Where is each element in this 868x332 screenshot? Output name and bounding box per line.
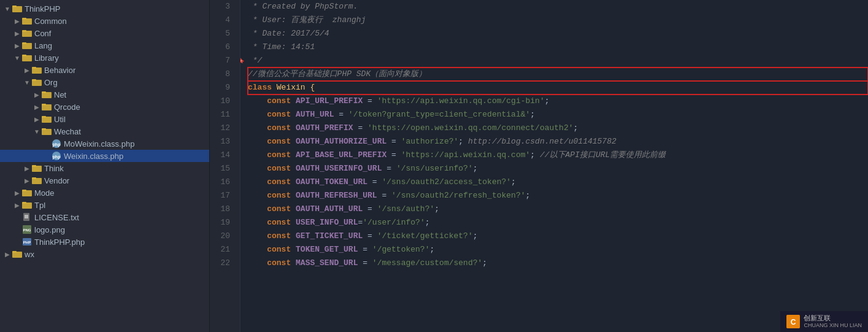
tree-arrow-qrcode[interactable]: [32, 104, 42, 110]
tree-label-thinkphp: ThinkPHP: [25, 4, 61, 14]
tree-item-moweixin[interactable]: php MoWeixin.class.php: [0, 137, 209, 150]
code-token: '/sns/oauth2/access_token?': [382, 176, 511, 189]
code-token: '/sns/oauth2/refresh_token?': [391, 189, 525, 203]
tree-arrow-lang[interactable]: [12, 42, 22, 49]
tree-icon-behavior: [32, 65, 42, 75]
code-token: *: [248, 27, 262, 41]
code-token: ;: [574, 122, 578, 135]
tree-item-thinkphp[interactable]: ThinkPHP: [0, 2, 209, 15]
tree-icon-thinkphp: [12, 4, 22, 14]
tree-item-net[interactable]: Net: [0, 88, 209, 101]
code-token: 'https://open.weixin.qq.com/connect/oaut…: [367, 122, 573, 135]
tree-item-vendor[interactable]: Vendor: [0, 174, 209, 187]
code-content[interactable]: * Created by PhpStorm. * User: 百鬼夜行 zhan…: [240, 0, 868, 332]
code-token: [248, 122, 267, 135]
tree-arrow-tpl[interactable]: [12, 202, 22, 209]
code-token: =: [377, 189, 391, 203]
code-token: User: 百鬼夜行 zhanghj: [262, 14, 366, 27]
tree-arrow-library[interactable]: [12, 55, 22, 61]
line-num-19: 19: [210, 216, 235, 230]
tree-item-conf[interactable]: Conf: [0, 27, 209, 39]
svg-rect-5: [22, 30, 26, 32]
tree-item-weixin[interactable]: php Weixin.class.php: [0, 150, 209, 162]
code-token: http://blog.csdn.net/u011415782: [468, 135, 616, 149]
line-num-7: 7: [210, 54, 235, 68]
tree-label-wechat: Wechat: [54, 127, 81, 136]
tree-item-tpl[interactable]: Tpl: [0, 199, 209, 211]
code-token: [248, 162, 267, 176]
tree-arrow-wechat[interactable]: [32, 128, 42, 135]
tree-item-lang[interactable]: Lang: [0, 39, 209, 52]
file-tree: ThinkPHP Common Conf Lang Library Behavi…: [0, 0, 210, 332]
code-line-11: const AUTH_URL = '/token?grant_type=clie…: [248, 108, 868, 122]
line-num-13: 13: [210, 135, 235, 149]
code-token: class: [248, 81, 277, 95]
tree-arrow-conf[interactable]: [12, 30, 22, 37]
svg-rect-43: [12, 251, 17, 253]
code-token: Created by PhpStorm.: [262, 0, 358, 14]
tree-item-library[interactable]: Library: [0, 52, 209, 64]
code-token: '/sns/auth?': [377, 203, 435, 216]
tree-arrow-util[interactable]: [32, 116, 42, 123]
code-token: *: [248, 14, 262, 27]
line-num-22: 22: [210, 257, 235, 270]
code-token: =: [363, 203, 377, 216]
tree-arrow-wx[interactable]: [2, 251, 12, 258]
tree-arrow-net[interactable]: [32, 91, 42, 98]
line-num-3: 3: [210, 0, 235, 14]
code-token: [248, 149, 267, 162]
code-token: =: [358, 243, 372, 257]
tree-icon-net: [42, 90, 52, 99]
code-token: 'https://api.weixin.qq.com': [401, 149, 531, 162]
watermark: C 创新互联 CHUANG XIN HU LIAN: [780, 311, 868, 332]
code-token: '/ticket/getticket?': [377, 230, 473, 243]
svg-text:php: php: [53, 155, 61, 160]
tree-arrow-vendor[interactable]: [22, 177, 32, 184]
tree-arrow-behavior[interactable]: [22, 67, 32, 74]
tree-label-lang: Lang: [34, 41, 52, 50]
tree-item-wechat[interactable]: Wechat: [0, 125, 209, 137]
svg-rect-15: [42, 91, 46, 93]
tree-item-mode[interactable]: Mode: [0, 187, 209, 199]
svg-rect-7: [22, 42, 26, 44]
code-token: ;: [434, 203, 439, 216]
tree-item-license[interactable]: LICENSE.txt: [0, 211, 209, 223]
code-token: =: [363, 95, 377, 108]
tree-arrow-think[interactable]: [22, 165, 32, 172]
tree-icon-conf: [22, 28, 32, 38]
code-token: =: [353, 122, 367, 135]
code-token: ;: [473, 230, 478, 243]
line-num-4: 4: [210, 14, 235, 27]
code-line-6: * Time: 14:51: [248, 41, 868, 54]
tree-item-qrcode[interactable]: Qrcode: [0, 101, 209, 113]
tree-icon-vendor: [32, 176, 42, 185]
tree-arrow-org[interactable]: [22, 79, 32, 86]
tree-arrow-common[interactable]: [12, 18, 22, 25]
code-token: OAUTH_TOKEN_URL: [296, 176, 367, 189]
tree-item-thinkphpphp[interactable]: PHP ThinkPHP.php: [0, 236, 209, 248]
watermark-text: 创新互联 CHUANG XIN HU LIAN: [804, 314, 862, 330]
code-token: const: [267, 176, 296, 189]
tree-item-logo[interactable]: PNG logo.png: [0, 223, 209, 236]
tree-icon-thinkphpphp: PHP: [22, 237, 32, 247]
line-num-15: 15: [210, 162, 235, 176]
tree-icon-think: [32, 163, 42, 173]
tree-item-wx[interactable]: wx: [0, 248, 209, 260]
code-token: =: [367, 176, 382, 189]
tree-item-common[interactable]: Common: [0, 15, 209, 27]
tree-item-util[interactable]: Util: [0, 113, 209, 125]
svg-rect-9: [22, 55, 26, 56]
code-token: Date: 2017/5/4: [262, 27, 329, 41]
tree-arrow-mode[interactable]: [12, 190, 22, 196]
code-line-16: const OAUTH_TOKEN_URL = '/sns/oauth2/acc…: [248, 176, 868, 189]
tree-arrow-thinkphp[interactable]: [2, 6, 12, 12]
code-token: OAUTH_REFRESH_URL: [296, 189, 377, 203]
svg-text:PHP: PHP: [23, 241, 31, 244]
tree-item-think[interactable]: Think: [0, 162, 209, 174]
tree-item-org[interactable]: Org: [0, 76, 209, 88]
code-token: MASS_SEND_URL: [296, 257, 358, 270]
line-num-5: 5: [210, 27, 235, 41]
tree-item-behavior[interactable]: Behavior: [0, 64, 209, 76]
code-line-15: const OAUTH_USERINFO_URL = '/sns/userinf…: [248, 162, 868, 176]
tree-label-license: LICENSE.txt: [34, 213, 79, 222]
